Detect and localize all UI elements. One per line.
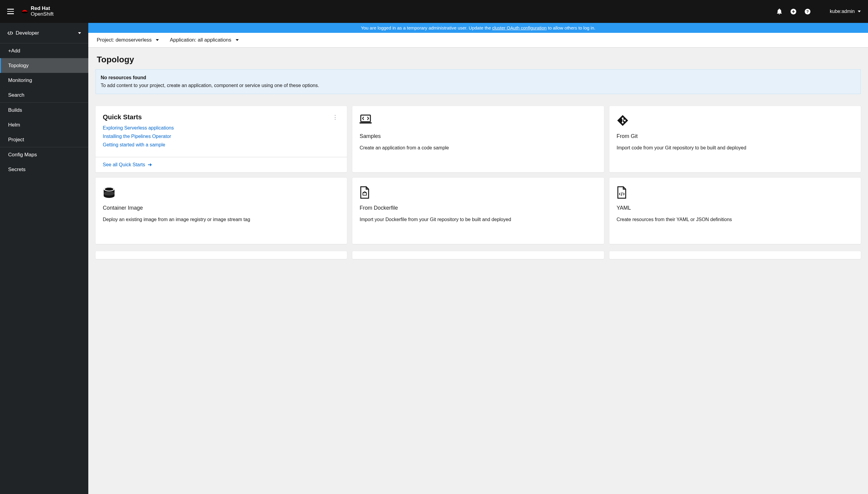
yaml-icon: [617, 186, 853, 199]
add-options-grid: Quick Starts ⋮ Exploring Serverless appl…: [88, 94, 868, 251]
card-title: From Git: [617, 133, 853, 139]
sidebar-item-topology[interactable]: Topology: [0, 58, 88, 73]
user-menu[interactable]: kube:admin: [830, 9, 861, 14]
card-title: YAML: [617, 205, 853, 211]
banner-oauth-link[interactable]: cluster OAuth configuration: [492, 25, 547, 31]
brand-logo[interactable]: Red Hat OpenShift: [21, 6, 54, 17]
sidebar-nav: +Add Topology Monitoring Search Builds H…: [0, 43, 88, 177]
svg-rect-5: [359, 122, 372, 124]
svg-point-0: [22, 12, 28, 13]
brand-text: Red Hat OpenShift: [31, 6, 54, 17]
perspective-switcher[interactable]: Developer: [0, 23, 88, 43]
git-icon: [617, 114, 853, 127]
code-icon: [7, 31, 13, 35]
samples-icon: [359, 114, 596, 127]
arrow-right-icon: [148, 163, 152, 167]
notifications-icon[interactable]: [777, 8, 782, 15]
card-desc: Import code from your Git repository to …: [617, 144, 853, 151]
sidebar-item-project[interactable]: Project: [0, 132, 88, 147]
empty-state-desc: To add content to your project, create a…: [101, 83, 856, 88]
user-menu-label: kube:admin: [830, 9, 855, 14]
svg-point-12: [104, 191, 114, 195]
masthead: Red Hat OpenShift ? kube:admin: [0, 0, 868, 23]
redhat-fedora-icon: [21, 9, 28, 14]
application-selector[interactable]: Application: all applications: [170, 37, 238, 43]
card-desc: Create an application from a code sample: [359, 144, 596, 151]
quickstart-link[interactable]: Installing the Pipelines Operator: [103, 134, 340, 139]
main-content: You are logged in as a temporary adminis…: [88, 23, 868, 494]
card-peek[interactable]: [95, 251, 347, 259]
card-container-image[interactable]: Container Image Deploy an existing image…: [95, 178, 347, 244]
sidebar-item-add[interactable]: +Add: [0, 43, 88, 58]
sidebar-item-helm[interactable]: Helm: [0, 117, 88, 132]
dockerfile-icon: [359, 186, 596, 199]
quickstarts-title: Quick Starts: [103, 113, 142, 121]
sidebar-item-builds[interactable]: Builds: [0, 103, 88, 117]
chevron-down-icon: [156, 39, 159, 41]
card-peek[interactable]: [609, 251, 861, 259]
card-from-git[interactable]: From Git Import code from your Git repos…: [609, 106, 861, 172]
add-icon[interactable]: [791, 9, 796, 15]
chevron-down-icon: [858, 11, 861, 12]
kebab-menu-icon[interactable]: ⋮: [331, 113, 340, 121]
card-samples[interactable]: Samples Create an application from a cod…: [352, 106, 604, 172]
sidebar-item-monitoring[interactable]: Monitoring: [0, 73, 88, 88]
card-peek[interactable]: [352, 251, 604, 259]
card-yaml[interactable]: YAML Create resources from their YAML or…: [609, 178, 861, 244]
hamburger-menu-icon[interactable]: [7, 9, 14, 14]
perspective-label: Developer: [16, 30, 78, 36]
sidebar-item-configmaps[interactable]: Config Maps: [0, 147, 88, 162]
card-desc: Deploy an existing image from an image r…: [103, 216, 340, 223]
card-title: From Dockerfile: [359, 205, 596, 211]
chevron-down-icon: [236, 39, 239, 41]
container-icon: [103, 186, 340, 199]
quickstart-link[interactable]: Exploring Serverless applications: [103, 125, 340, 131]
page-title: Topology: [88, 48, 868, 69]
empty-state-hint: No resources found To add content to you…: [95, 69, 861, 94]
chevron-down-icon: [78, 32, 81, 34]
quickstart-link[interactable]: Getting started with a sample: [103, 142, 340, 148]
card-desc: Import your Dockerfile from your Git rep…: [359, 216, 596, 223]
help-icon[interactable]: ?: [805, 9, 810, 15]
sidebar-item-search[interactable]: Search: [0, 88, 88, 102]
card-from-dockerfile[interactable]: From Dockerfile Import your Dockerfile f…: [352, 178, 604, 244]
sidebar-item-secrets[interactable]: Secrets: [0, 162, 88, 177]
card-title: Samples: [359, 133, 596, 139]
svg-point-11: [105, 188, 113, 191]
see-all-quickstarts-link[interactable]: See all Quick Starts: [103, 162, 152, 168]
info-banner: You are logged in as a temporary adminis…: [88, 23, 868, 33]
empty-state-title: No resources found: [101, 75, 856, 80]
next-row-cards-peek: [88, 251, 868, 259]
context-selector-bar: Project: demoserverless Application: all…: [88, 33, 868, 48]
card-desc: Create resources from their YAML or JSON…: [617, 216, 853, 223]
card-title: Container Image: [103, 205, 340, 211]
project-selector[interactable]: Project: demoserverless: [97, 37, 159, 43]
sidebar: Developer +Add Topology Monitoring Searc…: [0, 23, 88, 494]
card-quickstarts: Quick Starts ⋮ Exploring Serverless appl…: [95, 106, 347, 172]
svg-text:?: ?: [807, 10, 809, 14]
